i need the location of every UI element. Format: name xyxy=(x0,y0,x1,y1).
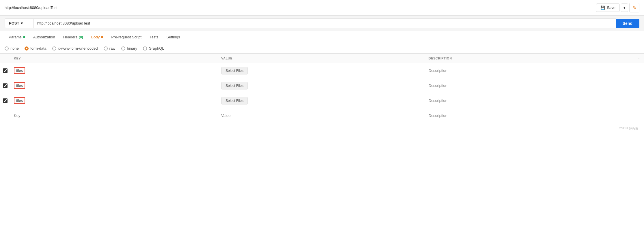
radio-raw[interactable]: raw xyxy=(104,46,116,51)
tabs-bar: Params Authorization Headers (8) Body Pr… xyxy=(0,31,644,43)
radio-graphql[interactable]: GraphQL xyxy=(143,46,164,51)
row1-key-inner: files xyxy=(14,67,214,74)
radio-binary-circle xyxy=(121,46,125,51)
row2-key-cell: files xyxy=(10,80,218,91)
header-url: http://localhost:8080/uploadTest xyxy=(5,5,57,10)
row3-select-files-button[interactable]: Select Files xyxy=(221,97,248,104)
radio-raw-label: raw xyxy=(109,46,116,51)
row3-value-cell: Select Files xyxy=(218,95,425,107)
row1-select-files-button[interactable]: Select Files xyxy=(221,67,248,74)
row2-description-cell xyxy=(425,81,632,90)
authorization-label: Authorization xyxy=(33,35,55,39)
row3-key-cell: files xyxy=(10,95,218,106)
radio-binary[interactable]: binary xyxy=(121,46,137,51)
edit-button[interactable]: ✎ xyxy=(629,3,639,12)
row3-key-text: files xyxy=(14,97,25,104)
row1-actions-cell xyxy=(632,68,644,73)
row3-key-inner: files xyxy=(14,97,214,104)
row2-description-input[interactable] xyxy=(429,83,629,88)
body-dot xyxy=(101,36,103,38)
radio-none-label: none xyxy=(10,46,19,51)
row2-value-cell: Select Files xyxy=(218,80,425,92)
send-label: Send xyxy=(623,21,632,26)
new-row-value-input[interactable] xyxy=(221,113,422,118)
new-row-key-cell xyxy=(10,111,218,120)
row2-key-inner: files xyxy=(14,82,214,89)
watermark-text: CSDN @高俗 xyxy=(619,126,638,130)
body-type-bar: none form-data x-www-form-urlencoded raw… xyxy=(0,43,644,54)
tab-tests[interactable]: Tests xyxy=(146,31,162,43)
radio-form-data-label: form-data xyxy=(30,46,46,51)
radio-graphql-circle xyxy=(143,46,147,51)
chevron-down-icon: ▾ xyxy=(623,5,626,10)
th-key: KEY xyxy=(10,54,218,63)
table-header: KEY VALUE DESCRIPTION ··· xyxy=(0,54,644,63)
new-row-key-input[interactable] xyxy=(14,113,214,118)
form-data-table: KEY VALUE DESCRIPTION ··· files Select F… xyxy=(0,54,644,123)
th-description: DESCRIPTION xyxy=(425,54,632,63)
save-button[interactable]: 💾 Save xyxy=(596,3,620,12)
params-label: Params xyxy=(9,35,22,39)
row1-description-input[interactable] xyxy=(429,68,629,73)
body-label: Body xyxy=(91,35,100,39)
row2-select-files-button[interactable]: Select Files xyxy=(221,82,248,89)
table-row: files Select Files xyxy=(0,78,644,93)
method-chevron-icon: ▾ xyxy=(21,21,23,25)
tab-params[interactable]: Params xyxy=(5,31,29,43)
radio-form-data[interactable]: form-data xyxy=(25,46,46,51)
tab-headers[interactable]: Headers (8) xyxy=(59,31,87,43)
url-bar: POST ▾ Send xyxy=(0,16,644,31)
headers-badge: (8) xyxy=(79,35,83,39)
radio-form-data-inner xyxy=(26,48,27,49)
save-label: Save xyxy=(607,5,615,10)
edit-icon: ✎ xyxy=(632,5,636,10)
radio-urlencoded-circle xyxy=(52,46,56,51)
radio-none[interactable]: none xyxy=(5,46,19,51)
row3-checkbox[interactable] xyxy=(3,98,8,103)
row1-checkbox[interactable] xyxy=(3,68,8,73)
th-check xyxy=(0,54,10,63)
radio-urlencoded-label: x-www-form-urlencoded xyxy=(58,46,98,51)
row3-description-input[interactable] xyxy=(429,98,629,103)
radio-binary-label: binary xyxy=(127,46,137,51)
row1-key-cell: files xyxy=(10,65,218,76)
tests-label: Tests xyxy=(150,35,158,39)
radio-urlencoded[interactable]: x-www-form-urlencoded xyxy=(52,46,98,51)
radio-form-data-circle xyxy=(25,46,29,51)
tab-settings[interactable]: Settings xyxy=(162,31,184,43)
row1-description-cell[interactable] xyxy=(425,66,632,75)
row3-actions-cell xyxy=(632,98,644,103)
radio-graphql-label: GraphQL xyxy=(149,46,164,51)
new-row-value-cell xyxy=(218,111,425,120)
row1-key-text: files xyxy=(14,67,25,74)
row2-key-text: files xyxy=(14,82,25,89)
method-label: POST xyxy=(9,21,19,25)
row1-check-cell xyxy=(0,66,10,75)
row2-actions-cell xyxy=(632,83,644,88)
url-input[interactable] xyxy=(33,18,616,28)
headers-label: Headers xyxy=(63,35,77,39)
row1-value-cell: Select Files xyxy=(218,65,425,77)
new-row-description-input[interactable] xyxy=(429,113,629,118)
send-button[interactable]: Send xyxy=(616,19,639,28)
method-selector[interactable]: POST ▾ xyxy=(5,18,33,28)
radio-raw-circle xyxy=(104,46,108,51)
table-row: files Select Files xyxy=(0,63,644,78)
prerequest-label: Pre-request Script xyxy=(111,35,142,39)
tab-body[interactable]: Body xyxy=(87,31,107,43)
new-row-actions xyxy=(632,113,644,118)
header-actions: 💾 Save ▾ ✎ xyxy=(596,3,639,12)
header-bar: http://localhost:8080/uploadTest 💾 Save … xyxy=(0,0,644,16)
save-chevron-button[interactable]: ▾ xyxy=(621,3,628,12)
th-value: VALUE xyxy=(218,54,425,63)
table-row: files Select Files xyxy=(0,93,644,108)
row3-description-cell xyxy=(425,96,632,105)
watermark: CSDN @高俗 xyxy=(0,123,644,133)
new-row-check xyxy=(0,113,10,118)
tab-prerequest[interactable]: Pre-request Script xyxy=(107,31,146,43)
new-row xyxy=(0,108,644,123)
params-dot xyxy=(23,36,25,38)
settings-label: Settings xyxy=(166,35,180,39)
tab-authorization[interactable]: Authorization xyxy=(29,31,59,43)
row2-checkbox[interactable] xyxy=(3,83,8,88)
